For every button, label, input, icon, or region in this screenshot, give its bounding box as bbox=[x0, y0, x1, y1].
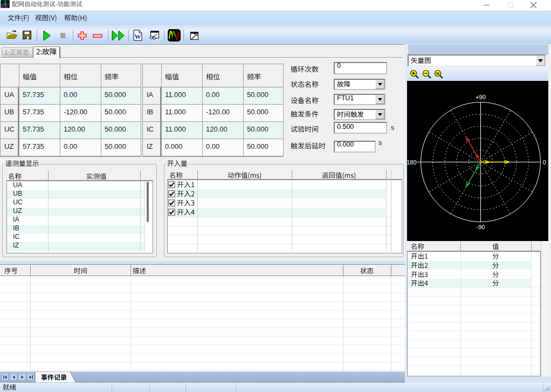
svg-text:N: N bbox=[436, 71, 439, 76]
svg-text:0: 0 bbox=[543, 159, 546, 166]
svg-text:-90: -90 bbox=[477, 224, 485, 230]
svg-text:+90: +90 bbox=[476, 94, 486, 100]
svg-text:180: 180 bbox=[407, 159, 417, 166]
svg-text:W: W bbox=[135, 33, 141, 40]
